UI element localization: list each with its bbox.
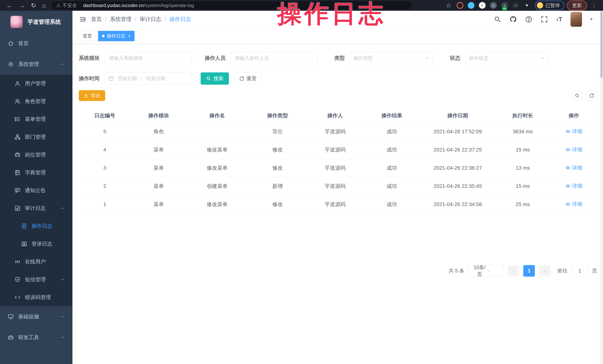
table-row: 3菜单修改菜单修改芋道源码成功2021-04-26 22:36:2713 ms详… xyxy=(79,159,597,177)
glyph: ● xyxy=(515,4,516,7)
cell-duration: 25 ms xyxy=(495,201,551,207)
ext-blue-drop-icon[interactable] xyxy=(468,2,475,9)
export-button[interactable]: 导出 xyxy=(79,90,105,101)
browser-back-icon[interactable]: ← xyxy=(6,0,13,11)
ext-orange-ring-icon[interactable] xyxy=(457,2,463,9)
search-icon xyxy=(575,93,580,98)
online-icon xyxy=(14,259,20,265)
cell-result: 成功 xyxy=(363,183,421,190)
sidebar-item-operate-log[interactable]: 操作日志 xyxy=(0,217,72,235)
annotation-overlay-text: 操作日志 xyxy=(277,0,386,31)
sidebar-item-infra[interactable]: 基础设施 xyxy=(0,306,72,327)
detail-link[interactable]: 详细 xyxy=(565,164,582,171)
sidebar-item-home[interactable]: 首页 xyxy=(0,33,72,54)
not-secure-warning-icon: ⚠ xyxy=(56,3,60,8)
refresh-table-button[interactable] xyxy=(586,90,597,101)
detail-link[interactable]: 详细 xyxy=(565,201,582,208)
browser-forward-icon[interactable]: → xyxy=(19,0,25,11)
detail-link[interactable]: 详细 xyxy=(565,146,582,153)
font-size-icon[interactable]: TT xyxy=(556,16,562,23)
sidebar-item-audit-log[interactable]: 审计日志 xyxy=(0,199,72,217)
sidebar-item-label: 短信管理 xyxy=(25,276,46,283)
ext-leaf-icon[interactable]: ● xyxy=(512,2,519,9)
scrollbar-thumb[interactable] xyxy=(600,11,603,78)
toggle-search-button[interactable] xyxy=(572,90,583,101)
github-icon[interactable] xyxy=(509,16,517,23)
sidebar-collapse-icon[interactable] xyxy=(79,16,86,23)
extension-paused-badge[interactable]: 已暂停 xyxy=(535,1,564,10)
status-select[interactable]: 操作状态 xyxy=(465,52,549,64)
page-size-value: 10条/页 xyxy=(473,264,487,277)
sidebar-item-system[interactable]: 系统管理 xyxy=(0,54,72,75)
detail-link[interactable]: 详细 xyxy=(565,128,582,135)
sidebar-item-user-mgmt[interactable]: 用户管理 xyxy=(0,75,72,92)
cell-date: 2021-04-26 22:34:58 xyxy=(421,201,495,207)
export-button-label: 导出 xyxy=(91,92,101,99)
close-tab-icon[interactable]: × xyxy=(128,33,131,39)
sidebar-item-label: 岗位管理 xyxy=(25,151,46,158)
app-logo[interactable]: 芋道管理系统 xyxy=(0,11,72,33)
browser-home-icon[interactable]: ⌂ xyxy=(42,0,46,11)
range-separator: - xyxy=(141,76,142,81)
chat-icon xyxy=(14,188,20,193)
page-scrollbar[interactable] xyxy=(600,11,603,364)
sidebar-item-label: 登录日志 xyxy=(32,240,52,247)
browser-update-button[interactable]: 更新 xyxy=(567,0,587,11)
fullscreen-icon[interactable] xyxy=(541,16,548,23)
browser-reload-icon[interactable]: ↻ xyxy=(31,0,36,11)
sidebar-item-devtool[interactable]: 研发工具 xyxy=(0,327,72,348)
sidebar-item-role-mgmt[interactable]: 角色管理 xyxy=(0,92,72,110)
sidebar-item-dict-mgmt[interactable]: 字典管理 xyxy=(0,164,72,182)
help-icon[interactable] xyxy=(525,16,533,23)
sidebar-item-menu-mgmt[interactable]: 菜单管理 xyxy=(0,110,72,128)
prev-page-button[interactable]: ‹ xyxy=(508,265,519,276)
goto-page-input[interactable] xyxy=(572,265,588,276)
sidebar-item-dept-mgmt[interactable]: 部门管理 xyxy=(0,128,72,146)
detail-link-label: 详细 xyxy=(572,182,582,189)
page-1-button[interactable]: 1 xyxy=(523,265,535,276)
sidebar-item-label: 菜单管理 xyxy=(25,116,46,123)
sidebar-item-notice[interactable]: 通知公告 xyxy=(0,182,72,199)
ext-gray-diamond-icon[interactable]: ◆ xyxy=(490,2,497,9)
cell-duration: 3634 ms xyxy=(495,129,551,134)
type-select[interactable]: 操作类型 xyxy=(350,52,433,64)
ext-puzzle-icon[interactable]: ✦ xyxy=(523,2,530,9)
date-range-picker[interactable]: 开始日期 - 结束日期 xyxy=(104,72,192,85)
operate-log-table: 日志编号操作模块操作名操作类型操作人操作结果操作日期执行时长操作 5角色导出芋道… xyxy=(79,109,597,213)
detail-link[interactable]: 详细 xyxy=(565,182,582,189)
ext-green-check-icon[interactable]: ✓ xyxy=(479,2,486,9)
breadcrumb-separator: / xyxy=(165,16,166,22)
sidebar-item-post-mgmt[interactable]: 岗位管理 xyxy=(0,146,72,164)
eye-icon xyxy=(565,202,570,207)
sidebar-item-online-user[interactable]: 在线用户 xyxy=(0,253,72,271)
screen: ← → ↻ ⌂ ⚠ 不安全 dashboard.yudao.iocoder.cn… xyxy=(0,0,603,364)
cell-result: 成功 xyxy=(363,165,421,172)
header-search-icon[interactable] xyxy=(494,16,501,23)
detail-link-label: 详细 xyxy=(572,164,582,171)
module-input[interactable] xyxy=(104,52,192,64)
ext-dark-on-icon[interactable]: ≡on xyxy=(501,2,508,9)
avatar-dropdown-caret-icon[interactable]: ▾ xyxy=(590,16,592,22)
tab-操作日志[interactable]: 操作日志× xyxy=(98,31,135,41)
sidebar-item-errcode-mgmt[interactable]: 错误码管理 xyxy=(0,288,72,306)
browser-menu-icon[interactable]: ⋮ xyxy=(591,0,597,11)
breadcrumb-item[interactable]: 操作日志 xyxy=(169,16,191,23)
cell-action: 详细 xyxy=(551,146,597,154)
breadcrumb: 首页/系统管理/审计日志/操作日志 xyxy=(91,16,191,23)
tab-首页[interactable]: 首页 xyxy=(79,31,96,41)
reset-button[interactable]: 重置 xyxy=(234,72,262,85)
sidebar-item-label: 审计日志 xyxy=(25,205,46,212)
bookmark-star-icon[interactable]: ☆ xyxy=(446,0,452,11)
search-button[interactable]: 搜索 xyxy=(201,72,229,85)
reset-button-label: 重置 xyxy=(246,75,256,82)
operator-input[interactable] xyxy=(230,52,318,64)
chevron-up-icon xyxy=(60,206,65,210)
table-body: 5角色导出芋道源码成功2021-04-28 17:52:093634 ms详细4… xyxy=(79,122,597,213)
cell-operator: 芋道源码 xyxy=(307,201,363,208)
next-page-button[interactable]: › xyxy=(539,265,550,276)
sidebar-item-sms-mgmt[interactable]: 短信管理 xyxy=(0,271,72,288)
sidebar-item-login-log[interactable]: 登录日志 xyxy=(0,235,72,253)
eye-icon xyxy=(565,147,570,152)
page-size-select[interactable]: 10条/页 xyxy=(468,265,504,276)
user-avatar[interactable] xyxy=(570,12,582,27)
